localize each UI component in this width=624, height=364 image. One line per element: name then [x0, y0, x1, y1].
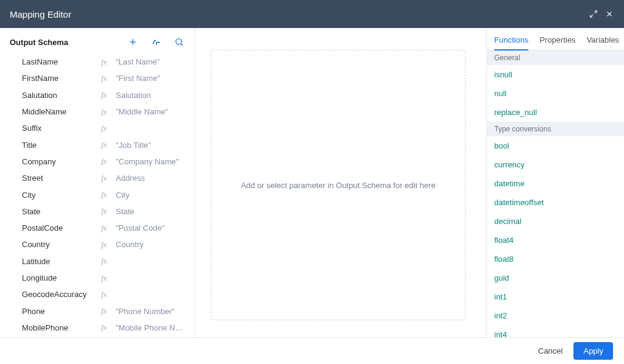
schema-row[interactable]: MiddleNamefx"Middle Name": [4, 103, 192, 120]
add-icon[interactable]: [127, 37, 138, 47]
schema-field-expression: Address: [116, 173, 192, 183]
schema-row[interactable]: CityfxCity: [4, 186, 192, 203]
schema-row[interactable]: Titlefx"Job Title": [4, 136, 192, 153]
function-item[interactable]: datetime: [487, 174, 624, 193]
output-schema-list[interactable]: LastNamefx"Last Name"FirstNamefx"First N…: [0, 52, 194, 337]
function-item[interactable]: int2: [487, 306, 624, 325]
function-item[interactable]: null: [487, 84, 624, 103]
schema-row[interactable]: MobilePhonefx"Mobile Phone Nu...: [4, 320, 192, 336]
schema-field-name: Longitude: [22, 273, 101, 282]
schema-row[interactable]: Longitudefx: [4, 270, 192, 286]
schema-field-name: City: [22, 191, 101, 200]
fx-icon: fx: [101, 240, 112, 250]
schema-field-name: Country: [22, 240, 101, 249]
fx-icon: fx: [101, 273, 112, 283]
tab-functions[interactable]: Functions: [494, 35, 528, 51]
schema-field-expression: City: [116, 191, 192, 200]
schema-field-expression: "First Name": [116, 74, 192, 83]
schema-field-expression: "Middle Name": [116, 107, 192, 116]
schema-field-name: Suffix: [22, 124, 101, 133]
auto-map-icon[interactable]: [151, 37, 161, 47]
schema-row[interactable]: Latitudefx: [4, 253, 192, 270]
fx-icon: fx: [101, 140, 112, 150]
schema-field-expression: Country: [116, 240, 192, 249]
schema-field-name: Phone: [22, 307, 101, 316]
fx-icon: fx: [101, 323, 112, 332]
schema-row[interactable]: GeocodeAccuracyfx: [4, 286, 192, 303]
body: Output Schema: [0, 28, 624, 337]
function-item[interactable]: float8: [487, 250, 624, 268]
output-schema-header: Output Schema: [0, 28, 194, 52]
output-schema-panel: Output Schema: [0, 28, 195, 337]
apply-button[interactable]: Apply: [573, 342, 613, 360]
output-schema-title: Output Schema: [10, 38, 68, 47]
function-item[interactable]: isnull: [487, 65, 624, 84]
fx-icon: fx: [101, 90, 112, 100]
function-item[interactable]: bool: [487, 136, 624, 155]
schema-field-name: MiddleName: [22, 107, 101, 116]
fx-icon: fx: [101, 74, 112, 83]
fx-icon: fx: [101, 190, 112, 200]
schema-field-name: State: [22, 207, 101, 216]
schema-row[interactable]: Companyfx"Company Name": [4, 153, 192, 170]
schema-field-expression: State: [116, 207, 192, 216]
function-item[interactable]: replace_null: [487, 103, 624, 122]
tab-variables[interactable]: Variables: [587, 35, 619, 51]
function-group-header: Type conversions: [487, 122, 624, 136]
schema-field-expression: "Phone Number": [116, 307, 192, 316]
fx-icon: fx: [101, 306, 112, 316]
function-item[interactable]: int1: [487, 287, 624, 306]
fx-icon: fx: [101, 173, 112, 183]
cancel-button[interactable]: Cancel: [536, 343, 565, 359]
close-icon[interactable]: [604, 9, 614, 19]
function-item[interactable]: guid: [487, 268, 624, 287]
fx-icon: fx: [101, 290, 112, 299]
schema-row[interactable]: StreetfxAddress: [4, 170, 192, 186]
schema-row[interactable]: StatefxState: [4, 203, 192, 220]
schema-field-name: Salutation: [22, 91, 101, 100]
right-tabs: FunctionsPropertiesVariables: [487, 28, 624, 51]
schema-field-expression: "Last Name": [116, 57, 192, 66]
schema-row[interactable]: LastNamefx"Last Name": [4, 54, 192, 70]
schema-row[interactable]: Phonefx"Phone Number": [4, 303, 192, 319]
svg-point-6: [176, 39, 182, 44]
schema-field-name: LastName: [22, 57, 101, 66]
function-item[interactable]: datetimeoffset: [487, 193, 624, 212]
functions-list[interactable]: Generalisnullnullreplace_nullType conver…: [487, 51, 624, 337]
svg-line-1: [590, 15, 593, 17]
schema-field-expression: "Mobile Phone Nu...: [116, 323, 192, 332]
function-item[interactable]: currency: [487, 155, 624, 174]
function-item[interactable]: int4: [487, 325, 624, 337]
schema-field-name: MobilePhone: [22, 323, 101, 332]
fx-icon: fx: [101, 156, 112, 166]
schema-row[interactable]: CountryfxCountry: [4, 236, 192, 253]
fx-icon: fx: [101, 57, 112, 67]
schema-field-name: GeocodeAccuracy: [22, 290, 101, 299]
fx-icon: fx: [101, 206, 112, 216]
window-title: Mapping Editor: [10, 9, 71, 19]
schema-field-name: PostalCode: [22, 223, 101, 233]
function-item[interactable]: float4: [487, 231, 624, 250]
expression-dropzone[interactable]: Add or select parameter in Output Schema…: [211, 50, 466, 320]
output-schema-tools: [127, 37, 185, 47]
tab-properties[interactable]: Properties: [539, 35, 575, 51]
fx-icon: fx: [101, 107, 112, 117]
schema-field-expression: "Job Title": [116, 141, 192, 150]
function-item[interactable]: decimal: [487, 212, 624, 231]
schema-field-name: FirstName: [22, 74, 101, 83]
schema-row[interactable]: PostalCodefx"Postal Code": [4, 220, 192, 236]
schema-field-name: Title: [22, 141, 101, 150]
search-icon[interactable]: [174, 37, 185, 47]
schema-field-expression: "Postal Code": [116, 223, 192, 233]
schema-field-name: Latitude: [22, 257, 101, 266]
titlebar: Mapping Editor: [0, 0, 624, 28]
schema-field-name: Street: [22, 173, 101, 183]
function-group-header: General: [487, 51, 624, 65]
schema-row[interactable]: SalutationfxSalutation: [4, 87, 192, 103]
editor-area: Add or select parameter in Output Schema…: [195, 28, 486, 337]
expand-icon[interactable]: [589, 9, 598, 19]
schema-field-expression: "Company Name": [116, 157, 192, 166]
schema-row[interactable]: FirstNamefx"First Name": [4, 70, 192, 86]
functions-panel: FunctionsPropertiesVariables Generalisnu…: [486, 28, 624, 337]
schema-row[interactable]: Suffixfx: [4, 120, 192, 136]
